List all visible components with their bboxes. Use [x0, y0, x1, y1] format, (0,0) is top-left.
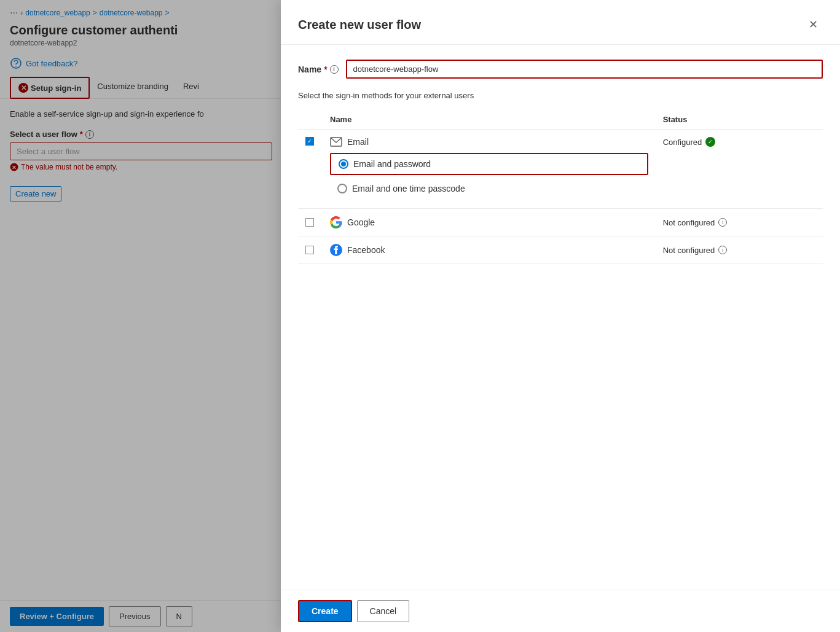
- create-button[interactable]: Create: [298, 600, 352, 622]
- name-label: Name * i: [298, 64, 339, 74]
- email-status-text: Configured: [663, 138, 702, 147]
- modal-panel: Create new user flow ✕ Name * i Select t…: [281, 0, 840, 632]
- col-name: Name: [323, 110, 656, 130]
- modal-title: Create new user flow: [298, 18, 421, 32]
- cancel-button[interactable]: Cancel: [357, 600, 410, 622]
- radio-inner: [341, 162, 346, 166]
- email-otp-radio[interactable]: [337, 184, 347, 193]
- email-password-label: Email and password: [353, 159, 431, 169]
- modal-header: Create new user flow ✕: [281, 0, 840, 45]
- name-info-icon[interactable]: i: [330, 65, 339, 74]
- facebook-method-name: Facebook: [347, 245, 385, 255]
- section-desc: Select the sign-in methods for your exte…: [298, 91, 823, 100]
- table-row: Google Not configured i: [298, 209, 823, 236]
- modal-body: Name * i Select the sign-in methods for …: [281, 45, 840, 590]
- email-method-name: Email: [347, 137, 369, 147]
- google-method-name: Google: [347, 217, 375, 227]
- facebook-method-row: Facebook: [330, 244, 648, 256]
- name-required: *: [324, 64, 327, 74]
- name-input[interactable]: [346, 60, 823, 79]
- email-sub-options: Email and password Email and one time pa…: [330, 147, 648, 198]
- email-password-option[interactable]: Email and password: [330, 153, 648, 175]
- email-otp-option[interactable]: Email and one time passcode: [330, 179, 648, 198]
- email-status: Configured: [663, 137, 815, 147]
- facebook-status-info[interactable]: i: [718, 246, 727, 254]
- email-checkbox[interactable]: [305, 137, 314, 146]
- google-checkbox[interactable]: [305, 218, 314, 227]
- google-status: Not configured i: [663, 218, 815, 227]
- modal-close-button[interactable]: ✕: [803, 15, 823, 34]
- email-icon: [330, 137, 342, 147]
- email-otp-label: Email and one time passcode: [352, 184, 465, 193]
- col-status: Status: [656, 110, 823, 130]
- facebook-status: Not configured i: [663, 246, 815, 255]
- name-row: Name * i: [298, 60, 823, 79]
- facebook-checkbox[interactable]: [305, 246, 314, 254]
- table-row: Email Email and password: [298, 130, 823, 209]
- email-method-row: Email: [330, 137, 648, 147]
- facebook-status-text: Not configured: [663, 246, 715, 255]
- configured-checkmark: [705, 137, 715, 147]
- modal-footer: Create Cancel: [281, 590, 840, 632]
- google-status-info[interactable]: i: [718, 218, 727, 227]
- facebook-icon: [330, 244, 342, 256]
- email-password-radio[interactable]: [339, 159, 348, 169]
- google-status-text: Not configured: [663, 218, 715, 227]
- google-icon: [330, 216, 342, 228]
- google-method-row: Google: [330, 216, 648, 228]
- sign-in-table: Name Status: [298, 110, 823, 264]
- table-row: Facebook Not configured i: [298, 236, 823, 264]
